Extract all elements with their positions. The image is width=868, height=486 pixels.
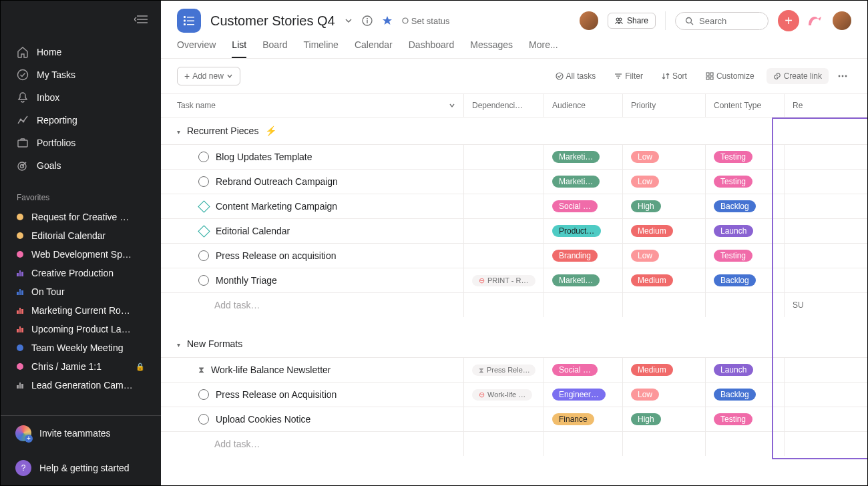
cell-reviewer[interactable]: [785, 383, 867, 407]
cell-priority[interactable]: Low: [623, 244, 706, 268]
favorite-item[interactable]: Request for Creative …: [1, 208, 161, 226]
share-button[interactable]: Share: [608, 13, 656, 29]
cell-reviewer[interactable]: [785, 268, 867, 292]
star-icon[interactable]: [382, 15, 393, 26]
cell-audience[interactable]: Branding: [544, 244, 623, 268]
cell-priority[interactable]: Low: [623, 383, 706, 407]
favorite-item[interactable]: Upcoming Product La…: [1, 320, 161, 338]
task-row[interactable]: Content Marketing CampaignSocial …HighBa…: [161, 194, 867, 218]
column-dependencies[interactable]: Dependenci…: [464, 94, 544, 117]
chevron-down-icon[interactable]: [177, 338, 180, 349]
add-new-button[interactable]: + Add new: [177, 67, 240, 85]
complete-icon[interactable]: [198, 250, 209, 261]
cell-content-type[interactable]: Backlog: [706, 268, 785, 292]
cell-dependencies[interactable]: [464, 244, 544, 268]
cell-content-type[interactable]: Testing: [706, 145, 785, 169]
section-header[interactable]: New Formats: [161, 330, 867, 357]
task-row[interactable]: Upload Cookies NoticeFinanceHighTesting: [161, 407, 867, 431]
cell-audience[interactable]: Finance: [544, 407, 623, 431]
task-row[interactable]: Press Release on Acquisition⊖Work-life ……: [161, 382, 867, 407]
task-name[interactable]: Press Release on Acquisition: [216, 389, 337, 400]
cell-audience[interactable]: Marketi…: [544, 170, 623, 194]
complete-icon[interactable]: [198, 414, 209, 425]
collapse-sidebar-icon[interactable]: [134, 15, 149, 24]
complete-icon[interactable]: [198, 152, 209, 162]
tag-pill[interactable]: Launch: [714, 364, 753, 376]
tag-pill[interactable]: Launch: [714, 225, 753, 237]
cell-reviewer[interactable]: [785, 407, 867, 431]
cell-reviewer[interactable]: [785, 170, 867, 194]
cell-priority[interactable]: Low: [623, 145, 706, 169]
task-row[interactable]: Monthly Triage⊖PRINT - R…Marketi…MediumB…: [161, 268, 867, 292]
tab-calendar[interactable]: Calendar: [355, 39, 393, 58]
cell-audience[interactable]: Product…: [544, 219, 623, 243]
set-status-button[interactable]: Set status: [402, 16, 450, 26]
tag-pill[interactable]: Low: [631, 389, 659, 401]
column-content-type[interactable]: Content Type: [706, 94, 785, 117]
cell-dependencies[interactable]: ⊖PRINT - R…: [464, 268, 544, 292]
unicorn-icon[interactable]: [809, 13, 823, 28]
tag-pill[interactable]: Medium: [631, 225, 673, 237]
nav-reporting[interactable]: Reporting: [1, 109, 161, 132]
section-header[interactable]: Recurrent Pieces⚡: [161, 117, 867, 144]
tag-pill[interactable]: Testing: [714, 176, 752, 188]
tag-pill[interactable]: Marketi…: [552, 176, 600, 188]
cell-content-type[interactable]: Testing: [706, 170, 785, 194]
cell-dependencies[interactable]: [464, 407, 544, 431]
customize-button[interactable]: Customize: [699, 68, 761, 84]
tag-pill[interactable]: Branding: [552, 250, 598, 262]
cell-content-type[interactable]: Launch: [706, 219, 785, 243]
member-avatar[interactable]: [580, 11, 598, 30]
nav-home[interactable]: Home: [1, 41, 161, 63]
hourglass-icon[interactable]: ⧗: [198, 364, 204, 375]
cell-reviewer[interactable]: [785, 194, 867, 218]
tag-pill[interactable]: Engineer…: [552, 389, 606, 401]
task-name[interactable]: Content Marketing Campaign: [216, 201, 337, 212]
column-priority[interactable]: Priority: [623, 94, 706, 117]
cell-content-type[interactable]: Launch: [706, 358, 785, 382]
cell-content-type[interactable]: Backlog: [706, 383, 785, 407]
cell-audience[interactable]: Engineer…: [544, 383, 623, 407]
tag-pill[interactable]: Marketi…: [552, 274, 600, 286]
task-name[interactable]: Editorial Calendar: [216, 226, 290, 236]
tag-pill[interactable]: Social …: [552, 200, 598, 212]
complete-icon[interactable]: [198, 275, 209, 286]
tag-pill[interactable]: Product…: [552, 225, 601, 237]
add-task-placeholder[interactable]: Add task…: [161, 432, 464, 456]
chevron-down-icon[interactable]: [177, 126, 180, 136]
tag-pill[interactable]: Low: [631, 176, 659, 188]
cell-audience[interactable]: Marketi…: [544, 268, 623, 292]
task-row[interactable]: ⧗Work-life Balance Newsletter⧗Press Rele…: [161, 357, 867, 382]
cell-dependencies[interactable]: [464, 194, 544, 218]
dependency-pill[interactable]: ⊖Work-life …: [472, 389, 532, 401]
task-name[interactable]: Press Release on acquisition: [216, 250, 337, 261]
tag-pill[interactable]: High: [631, 413, 661, 425]
chevron-down-icon[interactable]: [345, 17, 353, 25]
tag-pill[interactable]: Medium: [631, 364, 673, 376]
tab-more[interactable]: More...: [529, 39, 558, 58]
nav-goals[interactable]: Goals: [1, 154, 161, 177]
favorite-item[interactable]: Lead Generation Cam…: [1, 376, 161, 395]
cell-dependencies[interactable]: ⧗Press Rele…: [464, 358, 544, 382]
cell-reviewer[interactable]: [785, 145, 867, 169]
cell-reviewer[interactable]: [785, 358, 867, 382]
task-row[interactable]: Editorial CalendarProduct…MediumLaunch: [161, 218, 867, 243]
filter-button[interactable]: Filter: [608, 68, 650, 84]
cell-dependencies[interactable]: [464, 219, 544, 243]
complete-icon[interactable]: [198, 176, 209, 187]
task-name[interactable]: Upload Cookies Notice: [216, 414, 310, 425]
complete-icon[interactable]: [198, 389, 209, 400]
tab-board[interactable]: Board: [262, 39, 287, 58]
project-title[interactable]: Customer Stories Q4: [210, 13, 335, 29]
invite-teammates-button[interactable]: + Invite teammates: [1, 416, 161, 451]
tab-list[interactable]: List: [232, 39, 246, 58]
nav-my-tasks[interactable]: My Tasks: [1, 63, 161, 86]
column-task-name[interactable]: Task name: [161, 94, 464, 117]
favorite-item[interactable]: Marketing Current Ro…: [1, 301, 161, 320]
all-tasks-button[interactable]: All tasks: [549, 68, 603, 84]
milestone-icon[interactable]: [198, 225, 210, 237]
cell-audience[interactable]: Social …: [544, 358, 623, 382]
search-input[interactable]: Search: [675, 12, 769, 30]
cell-priority[interactable]: Medium: [623, 268, 706, 292]
tag-pill[interactable]: Low: [631, 250, 659, 262]
